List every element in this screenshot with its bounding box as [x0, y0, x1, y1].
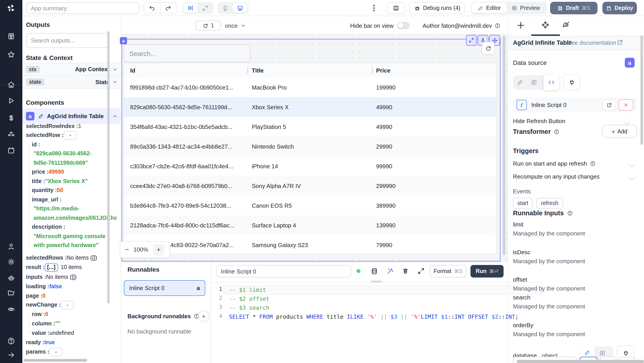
sql-comment[interactable]: -- $2 offset [229, 294, 270, 303]
more-menu-button[interactable] [371, 4, 376, 13]
database-template-button[interactable] [595, 350, 610, 356]
col-divider[interactable] [247, 67, 248, 74]
canvas-scrollbar[interactable] [503, 36, 505, 255]
resize-handle[interactable] [371, 281, 382, 282]
run-button[interactable]: Run ⌘⏎ [470, 265, 504, 277]
ai-wand-icon[interactable] [386, 268, 394, 275]
tree-row: title"Xbox Series X" [32, 177, 88, 186]
external-link-icon[interactable] [617, 39, 623, 46]
app-summary-input[interactable] [26, 2, 140, 14]
fullwidth-layout-button[interactable] [198, 3, 212, 13]
hide-bar-toggle[interactable] [397, 22, 410, 29]
info-icon[interactable] [590, 161, 596, 167]
table-search-input[interactable] [124, 44, 250, 62]
collapse-sidebar-icon[interactable] [7, 351, 15, 359]
edit-pencil-icon[interactable] [38, 113, 44, 119]
col-header-title[interactable]: Title [252, 63, 264, 78]
collapse-chip[interactable]: - [49, 347, 62, 356]
undo-button[interactable] [144, 3, 160, 14]
schedules-icon[interactable] [7, 146, 15, 154]
schedule-dropdown[interactable]: once [225, 21, 246, 31]
workspace-icon[interactable] [7, 32, 15, 40]
redo-button[interactable] [160, 3, 176, 14]
table-row[interactable]: 4c83-8022-5e70a07a2...Samsung Galaxy S23… [124, 235, 497, 254]
database-icon[interactable] [371, 268, 378, 275]
info-icon[interactable] [554, 129, 559, 135]
col-header-id[interactable]: Id [130, 63, 135, 78]
favorites-icon[interactable] [7, 51, 15, 59]
help-icon[interactable] [7, 337, 15, 345]
expand-result-chip[interactable]: [...] [44, 263, 58, 271]
inline-script-row[interactable]: ƒ Inline Script 0 [513, 98, 637, 112]
table-row[interactable]: b3e864c8-7fe3-4270-89e9-54c12038...Canon… [124, 196, 497, 216]
delete-script-icon[interactable] [402, 268, 409, 274]
table-row[interactable]: 2128adca-7fc6-44bd-800c-dc115df6ac...Sur… [124, 215, 497, 235]
event-start-chip[interactable]: start [513, 198, 533, 209]
debug-runs-button[interactable]: Debug runs (4) [409, 2, 465, 14]
table-row-selected[interactable]: 829ca080-5630-4562-9d5e-7611199d...Xbox … [124, 97, 497, 117]
chevron-up-icon[interactable] [112, 114, 118, 119]
runnable-item[interactable]: Inline Script 0 a [124, 280, 205, 296]
panel-scrollbar[interactable] [640, 35, 643, 145]
deploy-button[interactable]: Deploy [602, 2, 637, 14]
resources-icon[interactable] [7, 131, 15, 139]
search-outputs-input[interactable] [26, 33, 109, 48]
table-row[interactable]: 354f6afd-43ac-4321-b1bc-0b5e5adcb...Play… [124, 117, 497, 137]
ctx-row[interactable]: ctx App Context [22, 63, 121, 76]
sql-statement[interactable]: SELECT * FROM products WHERE title ILIKE… [229, 312, 518, 321]
add-transformer-button[interactable]: + Add [602, 125, 637, 138]
tab-editor[interactable]: Editor [472, 3, 507, 14]
format-button[interactable]: Format ⌘S [430, 265, 466, 277]
home-icon[interactable] [7, 81, 15, 89]
variables-icon[interactable]: $ [7, 114, 15, 122]
col-divider[interactable] [372, 67, 373, 74]
add-background-runnable-button[interactable]: + [198, 311, 209, 322]
outputs-hscrollbar[interactable] [23, 359, 87, 362]
panel-hscrollbar[interactable] [516, 360, 644, 363]
runs-icon[interactable] [7, 97, 15, 105]
col-header-price[interactable]: Price [376, 63, 390, 78]
draft-button[interactable]: Draft ⌘S [550, 2, 598, 14]
info-icon[interactable] [567, 210, 573, 216]
collapse-chip[interactable]: - [61, 300, 74, 309]
remove-script-button[interactable] [618, 99, 633, 111]
mobile-view-button[interactable] [218, 3, 232, 13]
connect-mode-button[interactable] [563, 74, 580, 90]
state-row[interactable]: state State [22, 76, 121, 89]
audit-logs-icon[interactable] [7, 305, 15, 313]
users-icon[interactable] [7, 243, 15, 251]
info-icon[interactable] [495, 23, 500, 29]
expand-editor-icon[interactable] [418, 268, 424, 274]
settings-icon[interactable] [7, 258, 15, 266]
event-refresh-chip[interactable]: refresh [536, 198, 563, 209]
workers-icon[interactable] [7, 274, 15, 282]
sql-comment[interactable]: -- $1 limit [229, 285, 266, 294]
see-documentation-link[interactable]: See documentation [568, 40, 616, 46]
template-mode-button[interactable] [527, 79, 541, 86]
table-row[interactable]: f991898d-cb27-4ac7-b10c-0b9050ce1...MacB… [124, 78, 497, 98]
component-settings-tab[interactable] [541, 21, 550, 30]
sql-comment[interactable]: -- $3 search [229, 303, 270, 312]
table-row[interactable]: c303bce7-cb2e-42c6-8fdf-6aa01fc4e4...iPh… [124, 156, 497, 176]
styling-tab[interactable] [562, 21, 571, 30]
table-row[interactable]: 89c0a336-1343-4812-ac34-e4bb8e27...Ninte… [124, 137, 497, 157]
script-name-input[interactable] [216, 265, 351, 277]
windmill-logo[interactable] [0, 0, 22, 16]
zoom-out-button[interactable]: − [125, 245, 129, 254]
open-script-button[interactable] [602, 99, 616, 111]
folders-icon[interactable] [7, 289, 15, 297]
component-expand-button[interactable] [466, 35, 477, 46]
collapse-chip[interactable]: - [64, 131, 77, 139]
table-row[interactable]: ccee43dc-27e0-40a8-b768-b09579b0...Sony … [124, 176, 497, 196]
table-refresh-button[interactable] [482, 42, 494, 54]
tab-preview[interactable]: Preview [507, 3, 544, 14]
outputs-scrollbar[interactable] [107, 31, 110, 303]
docs-book-button[interactable] [387, 2, 405, 14]
static-mode-button[interactable] [513, 79, 527, 86]
zoom-in-button[interactable]: + [153, 244, 164, 255]
center-layout-button[interactable] [183, 3, 198, 13]
desktop-view-button[interactable] [232, 3, 247, 13]
code-mode-button-active[interactable] [544, 74, 560, 90]
app-refresh-button[interactable]: 1 [196, 21, 221, 31]
add-component-tab[interactable] [516, 21, 525, 30]
